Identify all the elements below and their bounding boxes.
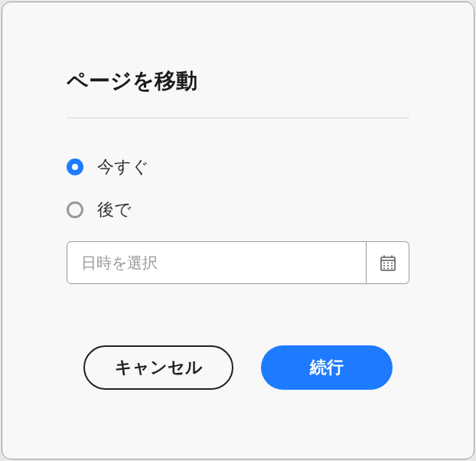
radio-label-later: 後で [97, 198, 132, 221]
move-page-dialog: ページを移動 今すぐ 後で [2, 2, 474, 459]
datetime-input[interactable] [67, 241, 367, 284]
schedule-radio-group: 今すぐ 後で [67, 155, 409, 221]
calendar-icon [379, 253, 397, 272]
radio-option-now[interactable]: 今すぐ [67, 155, 409, 178]
calendar-button[interactable] [367, 241, 409, 284]
dialog-title: ページを移動 [67, 67, 409, 96]
radio-option-later[interactable]: 後で [67, 198, 409, 221]
dialog-button-row: キャンセル 続行 [67, 345, 409, 390]
datetime-picker-row [67, 241, 409, 284]
radio-circle-icon [67, 159, 83, 175]
radio-label-now: 今すぐ [97, 155, 149, 178]
divider [67, 117, 409, 119]
radio-circle-icon [67, 201, 83, 218]
continue-button[interactable]: 続行 [261, 345, 393, 390]
cancel-button[interactable]: キャンセル [83, 345, 233, 390]
